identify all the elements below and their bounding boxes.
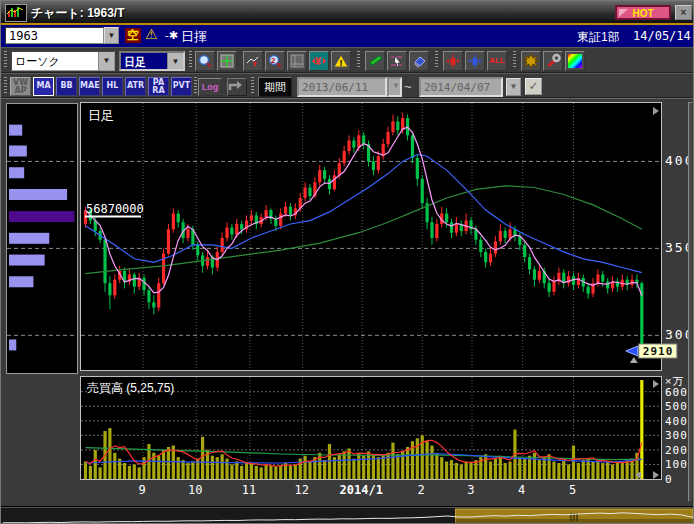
date-range-separator: ~ xyxy=(404,79,412,94)
chart-type-value: ローソク xyxy=(15,54,60,69)
svg-text:2910: 2910 xyxy=(643,345,674,358)
price-chart-canvas: 568700002910 xyxy=(81,103,693,370)
hot-badge-triangle xyxy=(619,9,628,17)
wrench-icon[interactable] xyxy=(543,51,563,71)
chart-window: { "window": {"title": "チャート: 1963/T", "h… xyxy=(0,0,694,524)
date-from-input: 2013/06/11 xyxy=(297,77,387,97)
toolbar-grip[interactable] xyxy=(513,51,516,69)
indicator-para-button[interactable]: PA RA xyxy=(148,77,169,96)
indicator-mae-button[interactable]: MAE xyxy=(79,77,100,96)
select-cursor-icon[interactable] xyxy=(387,51,407,71)
volume-tick-label: 400 xyxy=(665,415,688,428)
svg-text:¥: ¥ xyxy=(315,55,322,67)
zoom-icon[interactable] xyxy=(195,51,215,71)
jump-arrow-icon xyxy=(227,78,247,96)
right-scroll-ridge[interactable] xyxy=(688,102,693,502)
quote-date: 14/05/14 xyxy=(633,29,691,43)
grid-settings-icon[interactable] xyxy=(217,51,237,71)
name-prefix: -✱ xyxy=(165,29,178,42)
all-button[interactable]: ALL xyxy=(487,51,507,71)
app-chart-icon xyxy=(5,4,27,22)
range-navigator[interactable] xyxy=(1,506,694,524)
toolbar-grip[interactable] xyxy=(4,77,7,95)
toolbar-main: ローソク▼ 日足▼ 2 ¥ ! ALL xyxy=(1,47,694,73)
timeframe-value: 日足 xyxy=(124,55,146,70)
color-palette-icon[interactable] xyxy=(565,51,585,71)
close-button[interactable]: × xyxy=(675,5,692,20)
indicator-ma-button[interactable]: MA xyxy=(33,77,54,96)
svg-text:56870000: 56870000 xyxy=(86,202,144,216)
hot-badge-label: HOT xyxy=(632,8,653,19)
zoom-2-icon[interactable]: 2 xyxy=(265,51,285,71)
chevron-down-icon[interactable]: ▼ xyxy=(167,53,183,69)
gear-icon[interactable] xyxy=(521,51,541,71)
stock-name: 日揮 xyxy=(181,28,207,46)
navigator-canvas xyxy=(1,508,694,524)
toolbar-grip[interactable] xyxy=(435,51,438,69)
indicator-hl-button[interactable]: HL xyxy=(102,77,123,96)
volume-tick-label: 100 xyxy=(665,458,688,471)
x-tick-label: 3 xyxy=(467,483,474,497)
eraser-icon[interactable] xyxy=(409,51,429,71)
x-tick-label: 5 xyxy=(569,483,576,497)
timeframe-select[interactable]: 日足▼ xyxy=(119,51,185,71)
volume-profile-canvas xyxy=(7,104,77,373)
chart-frame: 568700002910 日足 売買高 (5,25,75) 4000350030… xyxy=(1,98,694,507)
chart-tool-disabled-icon xyxy=(287,51,307,71)
x-tick-label: 10 xyxy=(188,483,202,497)
x-tick-label: 2014/1 xyxy=(340,483,383,497)
svg-text:!: ! xyxy=(340,58,343,68)
x-tick-label: 12 xyxy=(294,483,308,497)
x-tick-label: 11 xyxy=(242,483,256,497)
svg-text:2: 2 xyxy=(271,56,276,65)
volume-pane-title: 売買高 (5,25,75) xyxy=(87,380,174,397)
volume-tick-label: 500 xyxy=(665,400,688,413)
chevron-down-icon[interactable]: ▼ xyxy=(98,52,114,70)
period-button[interactable]: 期間 xyxy=(258,77,292,97)
chart-reload-icon[interactable] xyxy=(243,51,263,71)
symbol-input[interactable]: 1963 xyxy=(5,27,104,44)
indicator-vwap-button: VW AP xyxy=(10,77,31,96)
warning-icon: ⚠ xyxy=(145,26,158,42)
price-chart-pane[interactable]: 568700002910 xyxy=(80,102,662,371)
indicator-bb-button[interactable]: BB xyxy=(56,77,77,96)
symbol-dropdown-icon[interactable]: ▼ xyxy=(104,27,119,44)
pane-title: 日足 xyxy=(88,107,114,125)
toolbar-grip[interactable] xyxy=(251,77,254,95)
x-tick-label: 9 xyxy=(138,483,145,497)
candle-down-icon[interactable] xyxy=(465,51,485,71)
window-title: チャート: 1963/T xyxy=(31,5,125,22)
hot-badge[interactable]: HOT xyxy=(615,5,671,20)
volume-tick-label: 300 xyxy=(665,429,688,442)
candle-up-icon[interactable] xyxy=(443,51,463,71)
short-sell-badge: 空 xyxy=(125,28,141,43)
toolbar-grip[interactable] xyxy=(4,51,7,69)
chart-type-select[interactable]: ローソク▼ xyxy=(11,51,115,71)
date-to-dropdown-icon: ▼ xyxy=(506,78,521,96)
indicator-atr-button[interactable]: ATR xyxy=(125,77,146,96)
quote-bar: 1963 ▼ 空 ⚠ -✱ 日揮 東証1部 14/05/14 xyxy=(1,25,694,47)
date-from-dropdown-icon: ▼ xyxy=(387,77,402,97)
volume-tick-label: 600 xyxy=(665,386,688,399)
title-bar[interactable]: チャート: 1963/T HOT × xyxy=(1,1,694,25)
x-tick-label: 2 xyxy=(418,483,425,497)
volume-tick-label: 0 xyxy=(665,473,673,486)
alert-icon[interactable]: ! xyxy=(331,51,351,71)
toolbar-grip[interactable] xyxy=(194,77,197,95)
date-apply-checkbox: ✓ xyxy=(525,78,542,95)
volume-profile-pane[interactable] xyxy=(6,103,78,374)
log-scale-button[interactable]: Log xyxy=(198,78,222,96)
draw-pencil-icon[interactable] xyxy=(365,51,385,71)
price-yen-icon[interactable]: ¥ xyxy=(309,51,329,71)
indicator-pvt-button[interactable]: PVT xyxy=(171,77,192,96)
toolbar-grip[interactable] xyxy=(189,51,192,69)
date-to-input: 2014/04/07 xyxy=(419,77,503,97)
volume-tick-label: 200 xyxy=(665,444,688,457)
toolbar-indicators: VW AP MA BB MAE HL ATR PA RA PVT Log 期間 … xyxy=(1,73,694,98)
market-label: 東証1部 xyxy=(577,29,620,46)
x-tick-label: 4 xyxy=(518,483,525,497)
toolbar-grip[interactable] xyxy=(357,51,360,69)
